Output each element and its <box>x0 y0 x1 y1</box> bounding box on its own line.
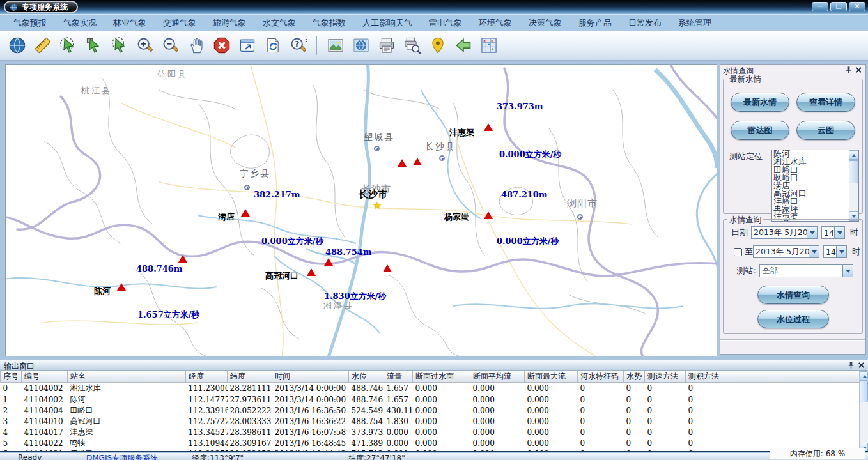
maximize-button[interactable]: □ <box>830 2 847 12</box>
table-row[interactable]: 541104022鸣犊113.10944428.3091672013/1/6 1… <box>1 438 860 448</box>
print-icon[interactable] <box>376 34 397 56</box>
table-row[interactable]: 141104002陈河112.14777827.9736112013/3/14 … <box>1 394 860 406</box>
scroll-up-icon[interactable] <box>860 371 868 381</box>
scroll-thumb[interactable] <box>860 381 868 402</box>
chevron-down-icon[interactable] <box>834 227 844 238</box>
pin-icon[interactable] <box>844 66 853 74</box>
date-from-select[interactable]: 2013年 5月20日 <box>751 226 818 239</box>
table-row[interactable]: 341104010高冠河口112.75722228.0033332013/1/6… <box>1 416 860 427</box>
print-preview-icon[interactable] <box>401 34 422 56</box>
station-select[interactable]: 全部 <box>759 264 853 277</box>
chevron-down-icon[interactable] <box>809 246 819 257</box>
menu-item-12[interactable]: 日常发布 <box>620 17 670 29</box>
station-marker-icon[interactable] <box>324 258 333 266</box>
latest-button-1[interactable]: 查看详情 <box>796 93 855 112</box>
world-icon[interactable] <box>350 34 371 56</box>
select-arrow-icon[interactable] <box>83 34 104 56</box>
station-marker-icon[interactable] <box>241 209 250 217</box>
menu-item-4[interactable]: 旅游气象 <box>205 17 254 29</box>
stop-icon[interactable] <box>211 34 232 56</box>
column-header[interactable]: 流量 <box>384 371 413 383</box>
close-panel-icon[interactable] <box>855 66 863 74</box>
menu-item-11[interactable]: 服务产品 <box>570 17 620 29</box>
column-header[interactable]: 时间 <box>272 371 349 383</box>
menu-item-10[interactable]: 决策气象 <box>520 17 570 29</box>
station-marker-icon[interactable] <box>398 159 407 167</box>
menu-item-8[interactable]: 雷电气象 <box>421 17 470 29</box>
close-button[interactable]: × <box>849 2 865 12</box>
menu-item-0[interactable]: 气象预报 <box>5 17 55 29</box>
scroll-up-icon[interactable] <box>849 150 858 160</box>
menu-item-2[interactable]: 林业气象 <box>105 17 155 29</box>
to-checkbox[interactable] <box>734 248 742 256</box>
menu-item-7[interactable]: 人工影响天气 <box>354 17 421 29</box>
image-export-icon[interactable] <box>325 34 346 56</box>
chevron-down-icon[interactable] <box>836 246 846 257</box>
menu-item-3[interactable]: 交通气象 <box>155 17 205 29</box>
chevron-down-icon[interactable] <box>807 227 817 238</box>
menu-item-1[interactable]: 气象实况 <box>55 17 105 29</box>
station-marker-icon[interactable] <box>117 283 126 291</box>
column-header[interactable]: 序号 <box>1 371 22 383</box>
column-header[interactable]: 纬度 <box>228 371 272 383</box>
column-header[interactable]: 水势 <box>624 371 645 383</box>
table-cell: 0 <box>645 405 686 416</box>
locate-pin-icon[interactable] <box>427 34 448 56</box>
latest-button-3[interactable]: 云图 <box>796 121 855 140</box>
station-marker-icon[interactable] <box>383 264 392 272</box>
chevron-down-icon[interactable] <box>842 265 853 277</box>
station-listbox[interactable]: 陈河湘江水库田峪口耿峪口涝店高冠河口沣峪口冉家坪沣惠渠 <box>771 150 859 222</box>
column-header[interactable]: 测积方法 <box>686 371 860 383</box>
date-to-select[interactable]: 2013年 5月20日 <box>753 245 819 258</box>
refresh-icon[interactable] <box>262 34 283 56</box>
query-button-1[interactable]: 水位过程 <box>757 310 829 328</box>
column-header[interactable]: 断面平均流 <box>470 371 525 383</box>
pin-icon[interactable] <box>847 361 855 369</box>
station-marker-icon[interactable] <box>484 123 493 131</box>
zoom-in-icon[interactable] <box>134 34 155 56</box>
menu-item-9[interactable]: 环境气象 <box>470 17 520 29</box>
select-circle-icon[interactable] <box>109 34 130 56</box>
station-marker-icon[interactable] <box>413 158 422 165</box>
back-arrow-icon[interactable] <box>453 34 474 56</box>
ruler-icon[interactable] <box>32 34 53 56</box>
table-row[interactable]: 441104017沣惠渠113.34527828.3986112013/1/6 … <box>1 427 860 438</box>
hour-from-select[interactable]: 14 <box>821 226 845 239</box>
zoom-out-icon[interactable] <box>160 34 181 56</box>
map-place-label: 杨家蚩 <box>444 211 469 223</box>
menu-item-6[interactable]: 气象指数 <box>304 17 354 29</box>
hour-to-select[interactable]: 14 <box>823 245 847 258</box>
menu-item-13[interactable]: 系统管理 <box>670 17 720 29</box>
table-scrollbar[interactable] <box>859 371 868 452</box>
close-output-icon[interactable] <box>857 361 865 369</box>
table-row[interactable]: 241104004田峪口112.33916728.0522222013/1/6 … <box>1 405 860 416</box>
list-scrollbar[interactable] <box>849 150 858 221</box>
column-header[interactable]: 编号 <box>22 371 68 383</box>
latest-button-0[interactable]: 最新水情 <box>731 93 789 112</box>
grid-map-icon[interactable] <box>478 34 499 56</box>
station-marker-icon[interactable] <box>178 255 187 263</box>
map-canvas[interactable]: 益阳县桃江县宁乡县望城县长沙县长沙市长沙市浏阳市湘潭县涝店沣惠渠杨家蚩陈河高冠河… <box>5 64 717 356</box>
map-place-label: 桃江县 <box>81 85 112 96</box>
column-header[interactable]: 测速方法 <box>645 371 686 383</box>
column-header[interactable]: 河水特征码 <box>578 371 624 383</box>
menu-item-5[interactable]: 水文气象 <box>254 17 304 29</box>
station-marker-icon[interactable] <box>307 268 316 276</box>
latest-button-2[interactable]: 雷达图 <box>731 121 789 140</box>
column-header[interactable]: 水位 <box>349 371 384 383</box>
table-row[interactable]: 641104031庄峪口112.92277828.0228532013/1/9 … <box>1 448 860 452</box>
station-marker-icon[interactable] <box>484 211 493 219</box>
select-lasso-icon[interactable] <box>58 34 79 56</box>
full-extent-icon[interactable] <box>236 34 258 56</box>
column-header[interactable]: 经度 <box>186 371 228 383</box>
query-button-0[interactable]: 水情查询 <box>757 286 829 304</box>
help-zoom-icon[interactable] <box>288 34 309 56</box>
column-header[interactable]: 站名 <box>68 371 186 383</box>
table-row[interactable]: 041104002湘江水库111.23000028.2811112013/3/1… <box>1 383 860 394</box>
globe-icon[interactable] <box>6 34 27 56</box>
minimize-button[interactable]: — <box>812 2 828 12</box>
scroll-thumb[interactable] <box>849 160 858 183</box>
column-header[interactable]: 断面过水面 <box>413 371 470 383</box>
pan-icon[interactable] <box>185 34 206 56</box>
column-header[interactable]: 断面最大流 <box>525 371 578 383</box>
